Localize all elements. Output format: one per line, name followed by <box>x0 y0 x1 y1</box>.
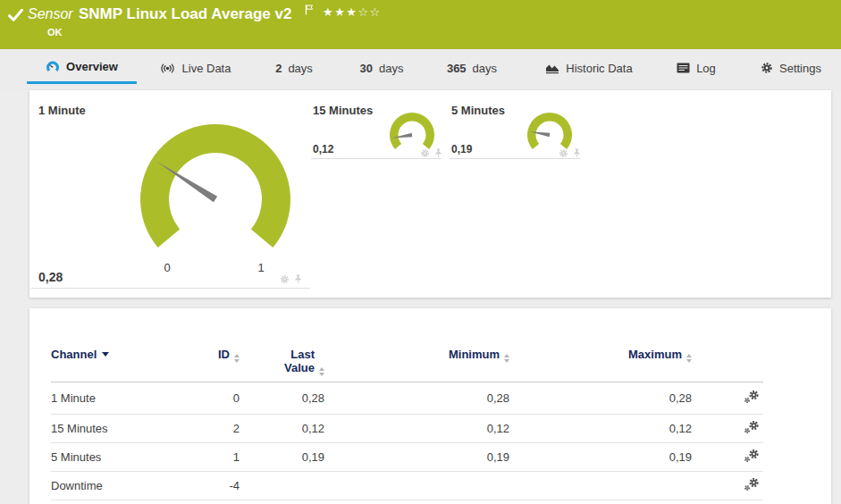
channel-table: Channel ID Last Value Minimum Maximum 1 … <box>51 340 763 500</box>
widget-toolbar <box>280 274 303 284</box>
table-row: 1 Minute 0 0,28 0,28 0,28 <box>51 382 763 415</box>
gear-icon[interactable] <box>559 148 568 158</box>
historic-data-icon <box>545 62 559 74</box>
channel-minimum: 0,12 <box>324 415 509 443</box>
gauge-max-label: 1 <box>257 261 264 274</box>
tab-label: Historic Data <box>566 62 632 75</box>
channel-settings-icon[interactable] <box>744 449 760 463</box>
gear-icon <box>761 62 773 74</box>
sort-desc-icon <box>102 352 109 357</box>
tab-number: 2 <box>275 62 282 75</box>
channel-minimum: 0,19 <box>324 443 509 472</box>
column-header-minimum[interactable]: Minimum <box>324 340 509 382</box>
table-row: 15 Minutes 2 0,12 0,12 0,12 <box>51 415 763 443</box>
column-header-maximum[interactable]: Maximum <box>509 340 692 382</box>
channel-settings-icon[interactable] <box>744 390 760 404</box>
tab-label: days <box>288 62 312 75</box>
channel-maximum <box>509 472 692 500</box>
channel-id: -4 <box>198 472 240 500</box>
tab-number: 365 <box>447 62 467 75</box>
gauge-5-minutes <box>523 110 576 153</box>
column-label: ID <box>218 348 230 361</box>
channel-last-value <box>240 472 324 500</box>
widget-toolbar <box>559 148 582 158</box>
widget-divider <box>31 288 310 289</box>
gear-icon[interactable] <box>420 148 430 158</box>
widget-divider <box>311 158 442 159</box>
column-header-channel[interactable]: Channel <box>51 340 198 382</box>
tab-label: days <box>473 62 497 75</box>
channel-settings-icon[interactable] <box>744 477 760 491</box>
tab-label: days <box>379 62 403 75</box>
channels-panel: Channel ID Last Value Minimum Maximum 1 … <box>29 308 831 504</box>
tab-label: Settings <box>779 62 821 75</box>
log-icon <box>677 63 690 73</box>
stars-filled: ★★★ <box>323 5 357 19</box>
column-header-actions <box>692 340 763 382</box>
channel-last-value: 0,28 <box>240 382 324 415</box>
gauge-1-minute: 0 1 <box>130 119 300 275</box>
channel-maximum: 0,12 <box>509 415 692 443</box>
gauge-title: 5 Minutes <box>451 104 505 117</box>
sensor-header: Sensor SNMP Linux Load Average v2 ★★★☆☆ … <box>0 0 841 49</box>
tab-log[interactable]: Log <box>670 52 722 84</box>
tab-live-data[interactable]: Live Data <box>150 52 240 84</box>
tab-label: Overview <box>66 60 118 73</box>
priority-stars[interactable]: ★★★☆☆ <box>323 5 382 19</box>
table-header-row: Channel ID Last Value Minimum Maximum <box>51 340 763 382</box>
tab-label: Live Data <box>182 62 231 75</box>
channel-name: Downtime <box>51 472 198 500</box>
widget-divider <box>450 158 580 159</box>
pin-icon[interactable] <box>572 148 582 158</box>
gear-icon[interactable] <box>280 274 290 284</box>
channel-name: 15 Minutes <box>51 415 198 443</box>
column-label: Maximum <box>628 348 682 361</box>
column-header-last-value[interactable]: Last Value <box>240 340 324 382</box>
flag-icon[interactable] <box>305 4 314 15</box>
tab-2-days[interactable]: 2 days <box>265 52 323 84</box>
sensor-title: SNMP Linux Load Average v2 <box>79 5 291 23</box>
channel-maximum: 0,19 <box>509 443 692 472</box>
channel-name: 1 Minute <box>51 382 198 415</box>
gauges-panel: 1 Minute 0 1 0,28 15 Minutes 0,12 5 Minu… <box>29 90 831 298</box>
table-row: 5 Minutes 1 0,19 0,19 0,19 <box>51 443 763 472</box>
sensor-kind-label: Sensor <box>28 6 73 22</box>
tab-30-days[interactable]: 30 days <box>350 52 413 84</box>
column-header-id[interactable]: ID <box>198 340 240 382</box>
pin-icon[interactable] <box>433 148 443 158</box>
channel-maximum: 0,28 <box>509 382 692 415</box>
sensor-status-text: OK <box>47 27 63 38</box>
channel-id: 2 <box>198 415 240 443</box>
tab-overview[interactable]: Overview <box>27 52 137 84</box>
sort-icon <box>686 354 692 363</box>
gauge-value: 0,12 <box>313 143 333 155</box>
gauge-min-label: 0 <box>164 261 170 274</box>
tab-365-days[interactable]: 365 days <box>438 52 506 84</box>
channel-id: 0 <box>198 382 240 415</box>
channel-settings-icon[interactable] <box>744 420 760 434</box>
column-label: Last Value <box>273 348 315 374</box>
sort-icon <box>234 354 240 363</box>
channel-name: 5 Minutes <box>51 443 198 472</box>
pin-icon[interactable] <box>293 274 303 284</box>
gauge-15-minutes <box>385 110 439 153</box>
channel-minimum: 0,28 <box>324 382 509 415</box>
table-row: Downtime -4 <box>51 472 763 500</box>
tab-label: Log <box>696 62 716 75</box>
tab-historic-data[interactable]: Historic Data <box>537 52 641 84</box>
widget-toolbar <box>420 148 443 158</box>
gauge-title: 15 Minutes <box>313 104 373 117</box>
channel-last-value: 0,19 <box>240 443 324 472</box>
channel-id: 1 <box>198 443 240 472</box>
tab-number: 30 <box>360 62 373 75</box>
gauge-title: 1 Minute <box>38 104 86 117</box>
status-ok-check-icon <box>8 9 23 21</box>
column-label: Minimum <box>449 348 500 361</box>
tab-settings[interactable]: Settings <box>755 52 827 84</box>
stars-empty: ☆☆ <box>357 5 381 19</box>
column-label: Channel <box>51 348 97 361</box>
gauge-icon <box>46 60 60 74</box>
tab-bar: Overview Live Data 2 days 30 days 365 da… <box>0 49 841 90</box>
sort-icon <box>319 367 324 376</box>
live-data-icon <box>159 63 176 74</box>
